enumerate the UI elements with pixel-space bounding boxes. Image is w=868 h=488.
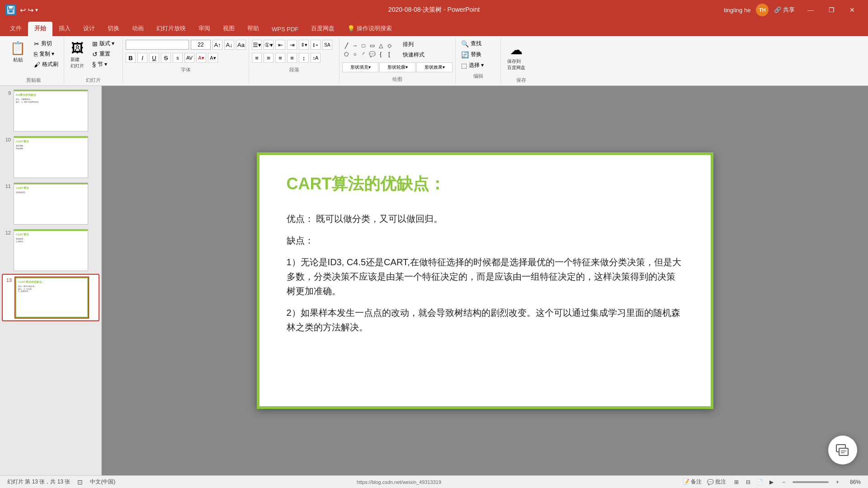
shadow-button[interactable]: s — [173, 53, 183, 63]
slide-thumb-11[interactable]: 11 CART算法 连续值处理... — [2, 181, 99, 226]
callout-tool[interactable]: 💬 — [368, 50, 376, 58]
bracket-tool[interactable]: [ — [385, 50, 393, 58]
outline-button[interactable]: 形状轮廓▾ — [379, 62, 415, 72]
share-button[interactable]: 🔗 共享 — [774, 6, 795, 14]
minimize-button[interactable]: — — [800, 0, 821, 20]
format-painter-button[interactable]: 🖌格式刷 — [31, 60, 61, 69]
normal-view-button[interactable]: ⊞ — [731, 477, 741, 487]
tab-insert[interactable]: 插入 — [52, 22, 77, 36]
ribbon-clipboard: 📋 粘贴 ✂剪切 ⎘复制 ▾ 🖌格式刷 剪贴板 — [4, 38, 64, 84]
arc-tool[interactable]: ◜ — [359, 50, 368, 58]
slide-sorter-button[interactable]: ⊟ — [743, 477, 753, 487]
tab-animations[interactable]: 动画 — [126, 22, 150, 36]
font-color-button[interactable]: A▾ — [196, 53, 206, 63]
decrease-indent-button[interactable]: ⇤ — [275, 40, 285, 50]
smartart-button[interactable]: SA — [322, 40, 332, 50]
tab-home[interactable]: 开始 — [28, 22, 52, 36]
triangle-tool[interactable]: △ — [377, 42, 385, 50]
align-center-button[interactable]: ≡ — [264, 53, 274, 63]
statusbar: 幻灯片 第 13 张，共 13 张 ⊡ 中文(中国) https://blog.… — [0, 475, 868, 488]
tab-help[interactable]: 帮助 — [241, 22, 265, 36]
select-button[interactable]: ⬚选择 ▾ — [458, 61, 486, 70]
slide-canvas[interactable]: CART算法的优缺点： 优点： 既可以做分类，又可以做回归。 缺点： 1）无论是… — [257, 152, 713, 409]
slide-thumb-12[interactable]: 12 CART算法 剪枝处理... 公式推导... — [2, 227, 99, 273]
copy-button[interactable]: ⎘复制 ▾ — [31, 49, 61, 59]
zoom-out-button[interactable]: − — [782, 479, 785, 485]
diamond-tool[interactable]: ◇ — [385, 42, 393, 50]
tab-search[interactable]: 💡操作说明搜索 — [341, 22, 398, 36]
arrange-button[interactable]: 排列 — [400, 40, 427, 49]
rounded-rect-tool[interactable]: ▭ — [368, 42, 376, 50]
font-size-input[interactable] — [191, 40, 211, 50]
notes-button[interactable]: 📝 备注 — [683, 478, 702, 486]
underline-button[interactable]: U — [149, 53, 159, 63]
align-left-button[interactable]: ≡ — [252, 53, 262, 63]
slideshow-view-button[interactable]: ▶ — [767, 477, 777, 487]
find-button[interactable]: 🔍查找 — [458, 39, 486, 48]
rect-tool[interactable]: □ — [359, 42, 368, 50]
window-controls: — ❐ ✕ — [800, 0, 863, 20]
pentagon-tool[interactable]: ⬠ — [342, 50, 350, 58]
undo-button[interactable]: ↩ — [20, 6, 26, 14]
highlight-button[interactable]: A▾ — [208, 53, 218, 63]
grow-font-button[interactable]: A↑ — [212, 40, 222, 50]
align-right-button[interactable]: ≡ — [275, 53, 285, 63]
shrink-font-button[interactable]: A↓ — [224, 40, 234, 50]
replace-button[interactable]: 🔄替换 — [458, 50, 486, 59]
quick-styles-button[interactable]: 快速样式 — [400, 50, 427, 60]
arrow-tool[interactable]: → — [351, 42, 359, 50]
increase-indent-button[interactable]: ⇥ — [287, 40, 297, 50]
paste-button[interactable]: 📋 粘贴 — [6, 39, 29, 65]
tab-baidu[interactable]: 百度网盘 — [305, 22, 341, 36]
font-name-input[interactable] — [126, 40, 189, 50]
text-direction-button[interactable]: ↕A — [311, 53, 321, 63]
section-button[interactable]: §节 ▾ — [90, 60, 117, 69]
reading-view-button[interactable]: 📄 — [755, 477, 765, 487]
cut-button[interactable]: ✂剪切 — [31, 39, 61, 48]
spacing-button[interactable]: AV — [184, 53, 194, 63]
zoom-slider[interactable] — [793, 481, 829, 483]
tab-file[interactable]: 文件 — [4, 22, 28, 36]
brace-tool[interactable]: { — [377, 50, 385, 58]
save-icon[interactable] — [5, 5, 16, 15]
tab-review[interactable]: 审阅 — [192, 22, 217, 36]
direction-button[interactable]: ⇕▾ — [299, 40, 309, 50]
slide-preview-9: ID3算法的优缺点 优点：可解释性好... 缺点：1）倾向于选择特征值... — [14, 89, 88, 131]
tab-view[interactable]: 视图 — [217, 22, 241, 36]
effects-button[interactable]: 形状效果▾ — [416, 62, 453, 72]
tab-transitions[interactable]: 切换 — [101, 22, 126, 36]
layout-button[interactable]: ⊞版式 ▾ — [90, 39, 117, 48]
zoom-level[interactable]: 86% — [844, 479, 861, 485]
circle-tool[interactable]: ○ — [351, 50, 359, 58]
tab-wps[interactable]: WPS PDF — [265, 23, 305, 36]
restore-button[interactable]: ❐ — [821, 0, 842, 20]
strikethrough-button[interactable]: S — [161, 53, 171, 63]
tab-slideshow[interactable]: 幻灯片放映 — [150, 22, 192, 36]
zoom-in-button[interactable]: + — [836, 479, 839, 485]
line-spacing-button[interactable]: ↕ — [299, 53, 309, 63]
new-slide-button[interactable]: 🖼 新建 幻灯片 — [67, 39, 88, 71]
tab-design[interactable]: 设计 — [77, 22, 101, 36]
comments-button[interactable]: 💬 批注 — [707, 478, 726, 486]
quick-access-dropdown[interactable]: ▾ — [35, 7, 38, 13]
italic-button[interactable]: I — [137, 53, 147, 63]
canvas-area: CART算法的优缺点： 优点： 既可以做分类，又可以做回归。 缺点： 1）无论是… — [102, 86, 868, 475]
bold-button[interactable]: B — [126, 53, 136, 63]
user-avatar[interactable]: TH — [756, 4, 769, 16]
slide-thumb-10[interactable]: 10 CART算法 基尼系数... 特征选择... — [2, 134, 99, 180]
justify-button[interactable]: ≡ — [287, 53, 297, 63]
clear-format-button[interactable]: Aa — [236, 40, 246, 50]
redo-button[interactable]: ↪ — [28, 6, 33, 14]
close-button[interactable]: ✕ — [842, 0, 863, 20]
slide-thumb-9[interactable]: 9 ID3算法的优缺点 优点：可解释性好... 缺点：1）倾向于选择特征值... — [2, 88, 99, 133]
svg-rect-1 — [9, 6, 13, 9]
bullets-button[interactable]: ☰▾ — [252, 40, 262, 50]
columns-button[interactable]: ⫿▾ — [311, 40, 321, 50]
reset-button[interactable]: ↺重置 — [90, 49, 117, 59]
floating-button[interactable] — [828, 436, 857, 465]
slide-thumb-13[interactable]: 13 CART算法的优缺点： 优点：既可以做分类... 缺点：1）无论是... … — [2, 274, 99, 321]
fill-button[interactable]: 形状填充▾ — [342, 62, 378, 72]
line-tool[interactable]: ╱ — [342, 42, 350, 50]
save-baidu-button[interactable]: ☁ 保存到 百度网盘 — [504, 41, 529, 73]
numbering-button[interactable]: ①▾ — [264, 40, 274, 50]
